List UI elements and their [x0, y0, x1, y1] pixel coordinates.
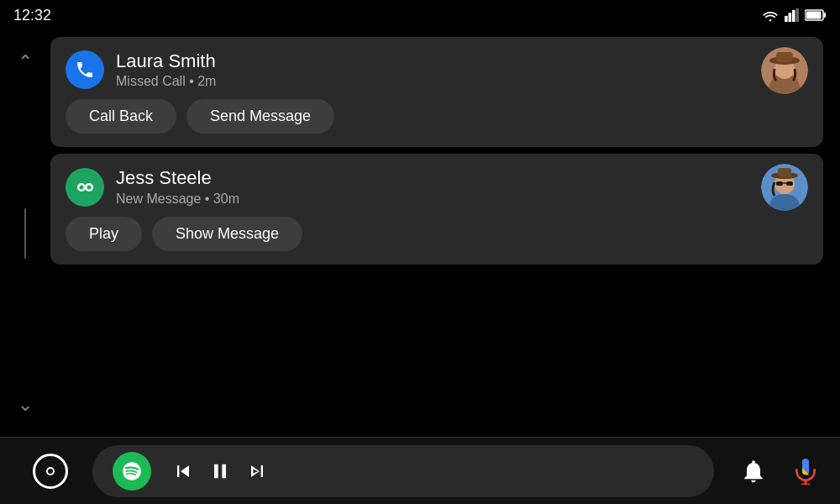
- svg-point-15: [87, 185, 92, 189]
- bell-button[interactable]: [736, 454, 771, 489]
- notification-text-2: Jess Steele New Message • 30m: [116, 167, 808, 206]
- status-icons: [761, 8, 827, 22]
- show-message-button[interactable]: Show Message: [152, 217, 302, 251]
- status-time: 12:32: [13, 7, 51, 24]
- avatar-jess-img: [761, 164, 808, 211]
- next-icon: [245, 459, 269, 483]
- avatar-jess: [761, 164, 808, 211]
- svg-rect-19: [776, 181, 783, 186]
- pause-button[interactable]: [202, 453, 239, 490]
- next-button[interactable]: [239, 453, 276, 490]
- message-icon-badge: [66, 168, 104, 207]
- mic-icon: [792, 458, 819, 485]
- svg-rect-0: [785, 16, 788, 22]
- send-message-button[interactable]: Send Message: [186, 99, 334, 134]
- call-back-button[interactable]: Call Back: [66, 99, 176, 134]
- svg-rect-6: [806, 12, 822, 19]
- svg-rect-11: [776, 52, 793, 62]
- chevron-down-icon: ⌄: [18, 396, 33, 414]
- pause-icon: [208, 459, 232, 483]
- svg-point-14: [80, 185, 84, 189]
- scroll-track: [24, 208, 26, 259]
- notification-header-1: Laura Smith Missed Call • 2m: [66, 50, 808, 89]
- home-button[interactable]: [33, 454, 68, 489]
- svg-rect-3: [795, 8, 799, 22]
- scroll-up-button[interactable]: ⌃: [10, 47, 40, 77]
- play-button[interactable]: Play: [66, 217, 142, 251]
- svg-rect-1: [789, 13, 792, 22]
- notification-actions-2: Play Show Message: [66, 217, 808, 251]
- signal-icon: [785, 8, 800, 22]
- spotify-icon: [121, 460, 143, 482]
- previous-icon: [171, 459, 195, 483]
- avatar-laura-img: [761, 47, 808, 94]
- notification-subtitle-2: New Message • 30m: [116, 192, 808, 207]
- chevron-up-icon: ⌃: [18, 53, 33, 71]
- home-button-inner: [46, 467, 55, 475]
- avatar-laura: [761, 47, 808, 94]
- notification-name-1: Laura Smith: [116, 50, 808, 72]
- svg-rect-5: [824, 13, 827, 18]
- main-content: ⌃ ⌄ Laura Smith Missed Call • 2m: [0, 30, 840, 437]
- notification-actions-1: Call Back Send Message: [66, 99, 808, 134]
- notification-header-2: Jess Steele New Message • 30m: [66, 167, 808, 206]
- notification-text-1: Laura Smith Missed Call • 2m: [116, 50, 808, 89]
- notification-subtitle-1: Missed Call • 2m: [116, 74, 808, 89]
- call-icon-badge: [66, 50, 104, 89]
- phone-icon: [75, 60, 95, 80]
- notifications-list: Laura Smith Missed Call • 2m: [50, 30, 840, 437]
- notification-card-1: Laura Smith Missed Call • 2m: [50, 37, 823, 147]
- message-icon: [73, 176, 97, 199]
- status-bar: 12:32: [0, 0, 840, 30]
- media-controls: [92, 445, 714, 497]
- previous-button[interactable]: [165, 453, 202, 490]
- mic-button[interactable]: [788, 454, 823, 489]
- bottom-right: [722, 454, 823, 489]
- notification-name-2: Jess Steele: [116, 167, 808, 189]
- wifi-icon: [761, 8, 780, 22]
- bottom-left: [17, 454, 84, 489]
- notification-card-2: Jess Steele New Message • 30m: [50, 154, 823, 264]
- scroll-down-button[interactable]: ⌄: [10, 390, 40, 420]
- battery-icon: [805, 9, 827, 21]
- svg-rect-2: [792, 10, 795, 22]
- bottom-bar: [0, 437, 840, 504]
- svg-rect-23: [778, 168, 791, 177]
- spotify-button[interactable]: [113, 452, 151, 491]
- scroll-indicators: ⌃ ⌄: [0, 30, 50, 437]
- bell-icon: [740, 458, 767, 485]
- svg-rect-20: [786, 181, 793, 186]
